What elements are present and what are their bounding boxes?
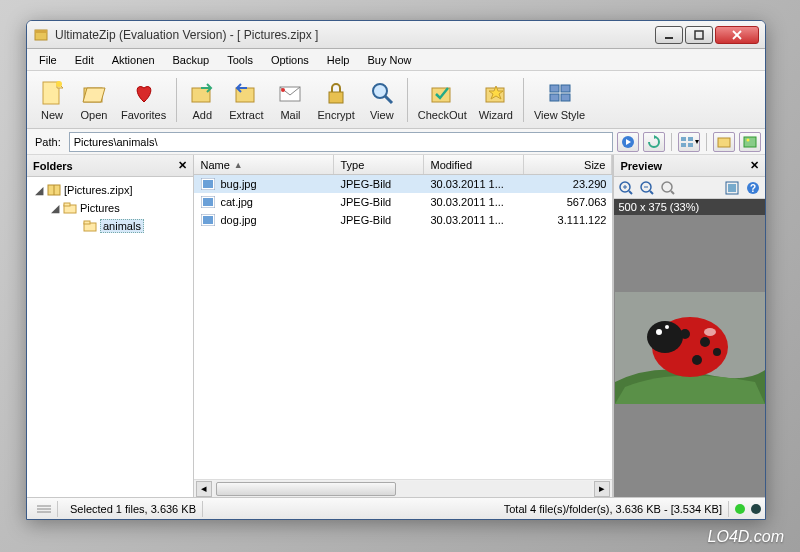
svg-marker-10	[83, 88, 105, 102]
tree-item[interactable]: ◢ Pictures	[29, 199, 191, 217]
new-button[interactable]: New	[31, 77, 73, 123]
file-row[interactable]: cat.jpg JPEG-Bild 30.03.2011 1... 567.06…	[194, 193, 612, 211]
svg-point-66	[656, 329, 662, 335]
folder-icon	[62, 200, 78, 216]
svg-rect-43	[203, 198, 213, 206]
folder-tree[interactable]: ◢ [Pictures.zipx] ◢ Pictures animals	[27, 177, 193, 497]
svg-rect-45	[203, 216, 213, 224]
svg-rect-32	[744, 137, 756, 147]
svg-point-65	[713, 348, 721, 356]
col-size[interactable]: Size	[524, 155, 612, 174]
col-modified[interactable]: Modified	[424, 155, 524, 174]
mail-button[interactable]: Mail	[269, 77, 311, 123]
favorites-button[interactable]: Favorites	[115, 77, 172, 123]
status-grip-icon	[31, 501, 58, 517]
panel-folders-button[interactable]	[713, 132, 735, 152]
checkout-button[interactable]: CheckOut	[412, 77, 473, 123]
horizontal-scrollbar[interactable]: ◂ ▸	[194, 479, 612, 497]
zoom-fit-button[interactable]	[659, 179, 677, 197]
file-row[interactable]: dog.jpg JPEG-Bild 30.03.2011 1... 3.111.…	[194, 211, 612, 229]
svg-rect-30	[688, 143, 693, 147]
preview-help-button[interactable]: ?	[744, 179, 762, 197]
menu-help[interactable]: Help	[319, 52, 358, 68]
app-window: UltimateZip (Evaluation Version) - [ Pic…	[26, 20, 766, 520]
status-green-dot-icon	[735, 504, 745, 514]
mail-icon	[276, 79, 304, 107]
minimize-button[interactable]	[655, 26, 683, 44]
menubar: File Edit Aktionen Backup Tools Options …	[27, 49, 765, 71]
folders-header: Folders ✕	[27, 155, 193, 177]
folders-close-button[interactable]: ✕	[178, 159, 187, 172]
col-name[interactable]: Name ▲	[194, 155, 334, 174]
zoom-in-button[interactable]	[617, 179, 635, 197]
svg-point-8	[56, 81, 62, 87]
fullscreen-button[interactable]	[723, 179, 741, 197]
preview-toolbar: ?	[614, 177, 765, 199]
image-file-icon	[200, 195, 216, 209]
file-list[interactable]: bug.jpg JPEG-Bild 30.03.2011 1... 23.290…	[194, 175, 612, 479]
svg-rect-22	[561, 85, 570, 92]
archive-icon	[46, 182, 62, 198]
svg-rect-39	[84, 221, 90, 224]
menu-aktionen[interactable]: Aktionen	[104, 52, 163, 68]
tree-item[interactable]: animals	[29, 217, 191, 235]
statusbar: Selected 1 files, 3.636 KB Total 4 file(…	[27, 497, 765, 519]
menu-backup[interactable]: Backup	[165, 52, 218, 68]
refresh-button[interactable]	[643, 132, 665, 152]
view-button[interactable]: View	[361, 77, 403, 123]
panel-preview-button[interactable]	[739, 132, 761, 152]
col-type[interactable]: Type	[334, 155, 424, 174]
watermark: LO4D.com	[708, 528, 784, 546]
svg-point-16	[373, 84, 387, 98]
maximize-button[interactable]	[685, 26, 713, 44]
svg-point-61	[647, 321, 683, 353]
svg-rect-15	[329, 92, 343, 103]
svg-point-68	[704, 328, 716, 336]
go-button[interactable]	[617, 132, 639, 152]
collapse-icon[interactable]: ◢	[49, 202, 60, 215]
titlebar[interactable]: UltimateZip (Evaluation Version) - [ Pic…	[27, 21, 765, 49]
svg-rect-37	[64, 203, 70, 206]
zoom-out-button[interactable]	[638, 179, 656, 197]
menu-options[interactable]: Options	[263, 52, 317, 68]
views-button[interactable]: ▾	[678, 132, 700, 152]
menu-file[interactable]: File	[31, 52, 65, 68]
toolbar: New Open Favorites Add Extract Mail Encr…	[27, 71, 765, 129]
svg-rect-1	[35, 30, 47, 33]
heart-icon	[130, 79, 158, 107]
wizard-icon	[482, 79, 510, 107]
close-button[interactable]	[715, 26, 759, 44]
scroll-right-button[interactable]: ▸	[594, 481, 610, 497]
svg-point-67	[665, 325, 669, 329]
svg-line-54	[671, 191, 674, 194]
add-button[interactable]: Add	[181, 77, 223, 123]
tree-root[interactable]: ◢ [Pictures.zipx]	[29, 181, 191, 199]
wizard-button[interactable]: Wizard	[473, 77, 519, 123]
preview-header: Preview ✕	[614, 155, 765, 177]
preview-close-button[interactable]: ✕	[750, 159, 759, 172]
file-list-panel: Name ▲ Type Modified Size bug.jpg JPEG-B…	[194, 155, 613, 497]
viewstyle-button[interactable]: View Style	[528, 77, 591, 123]
preview-image	[615, 292, 765, 404]
encrypt-button[interactable]: Encrypt	[311, 77, 360, 123]
path-input[interactable]	[69, 132, 613, 152]
open-icon	[80, 79, 108, 107]
menu-tools[interactable]: Tools	[219, 52, 261, 68]
path-label: Path:	[31, 136, 65, 148]
svg-point-62	[680, 329, 690, 339]
extract-button[interactable]: Extract	[223, 77, 269, 123]
menu-buynow[interactable]: Buy Now	[359, 52, 419, 68]
menu-edit[interactable]: Edit	[67, 52, 102, 68]
scroll-left-button[interactable]: ◂	[196, 481, 212, 497]
open-button[interactable]: Open	[73, 77, 115, 123]
scroll-thumb[interactable]	[216, 482, 396, 496]
checkout-icon	[428, 79, 456, 107]
file-row[interactable]: bug.jpg JPEG-Bild 30.03.2011 1... 23.290	[194, 175, 612, 193]
window-title: UltimateZip (Evaluation Version) - [ Pic…	[55, 28, 653, 42]
viewstyle-icon	[546, 79, 574, 107]
collapse-icon[interactable]: ◢	[33, 184, 44, 197]
svg-rect-11	[192, 88, 210, 102]
svg-point-33	[747, 138, 750, 141]
column-headers: Name ▲ Type Modified Size	[194, 155, 612, 175]
app-icon	[33, 27, 49, 43]
